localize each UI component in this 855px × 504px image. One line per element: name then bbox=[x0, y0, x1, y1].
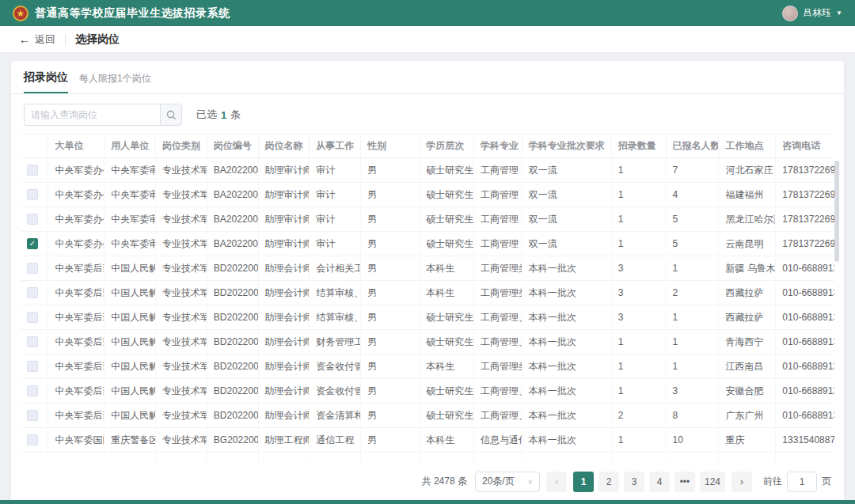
table-cell: BA20220004 bbox=[207, 158, 258, 183]
goto-page-input[interactable] bbox=[787, 472, 817, 492]
table-cell: 工商管理、应... bbox=[474, 330, 522, 354]
table-cell: 010-66889130 ... bbox=[776, 330, 834, 354]
column-header: 性别 bbox=[361, 135, 420, 158]
table-cell: BA20220002 bbox=[207, 232, 258, 256]
breadcrumb: ← 返回 选择岗位 bbox=[0, 26, 855, 53]
table-cell bbox=[611, 453, 666, 462]
table-cell: 中央军委审计... bbox=[104, 232, 156, 256]
table-cell: 男 bbox=[361, 232, 420, 256]
table-cell: 专业技术军官 bbox=[156, 207, 207, 232]
back-button[interactable]: ← 返回 bbox=[19, 32, 55, 47]
page-more-button[interactable]: ••• bbox=[674, 472, 695, 492]
prev-page-button[interactable]: ‹ bbox=[546, 472, 567, 492]
table-row: 中央军委办公厅中央军委审计...专业技术军官BA20220004助理审计师审计男… bbox=[21, 158, 834, 183]
table-cell: 结算审核、资... bbox=[310, 305, 361, 330]
table-cell: 2 bbox=[666, 281, 719, 305]
search-button[interactable] bbox=[160, 104, 182, 126]
tabs-bar: 招录岗位 每人限报1个岗位 bbox=[11, 61, 844, 94]
table-cell: 审计 bbox=[310, 232, 361, 256]
row-checkbox[interactable] bbox=[27, 434, 38, 445]
table-cell: 1 bbox=[611, 330, 666, 354]
table-cell: 男 bbox=[361, 428, 420, 453]
table-cell: 17813722690 bbox=[776, 158, 834, 183]
table-row: 中央军委后勤保...中国人民解放...专业技术军官BD20220004助理会计师… bbox=[21, 330, 834, 354]
table-cell: BA20220001 bbox=[207, 183, 258, 207]
row-checkbox[interactable] bbox=[27, 189, 38, 200]
table-cell: 专业技术军官 bbox=[156, 232, 207, 256]
page-size-value: 20条/页 bbox=[482, 475, 515, 488]
table-cell: 硕士研究生 bbox=[420, 379, 474, 404]
table-cell: 1 bbox=[666, 354, 719, 379]
table-cell: 中国人民解放... bbox=[104, 305, 156, 330]
page-title: 选择岗位 bbox=[75, 32, 120, 47]
table-cell: 专业技术军官 bbox=[156, 428, 207, 453]
row-checkbox[interactable] bbox=[27, 214, 38, 225]
vertical-scrollbar[interactable] bbox=[834, 161, 839, 262]
row-checkbox[interactable] bbox=[27, 263, 38, 274]
table-cell bbox=[258, 453, 310, 462]
table-cell: 男 bbox=[361, 256, 420, 281]
tab-recruit-posts[interactable]: 招录岗位 bbox=[24, 70, 68, 93]
table-row: 中央军委后勤保...中国人民解放...专业技术军官BD20220002助理会计师… bbox=[21, 354, 834, 379]
column-header: 工作地点 bbox=[719, 135, 776, 158]
main-card: 招录岗位 每人限报1个岗位 已选 1 条 bbox=[11, 61, 844, 504]
table-cell: 1 bbox=[611, 379, 666, 404]
table-cell: 专业技术军官 bbox=[156, 404, 207, 428]
user-menu[interactable]: 吕林珏 ▼ bbox=[782, 6, 842, 21]
table-cell: 广东广州 bbox=[719, 404, 776, 428]
row-checkbox[interactable] bbox=[27, 312, 38, 323]
table-cell: 专业技术军官 bbox=[156, 183, 207, 207]
table-cell: 工商管理（审... bbox=[474, 232, 522, 256]
row-checkbox[interactable] bbox=[27, 410, 38, 421]
table-cell: 工商管理、应... bbox=[474, 305, 522, 330]
page-size-select[interactable]: 20条/页 ∨ bbox=[475, 472, 540, 492]
pagination-total: 共 2478 条 bbox=[422, 475, 467, 488]
goto-prefix: 前往 bbox=[763, 475, 782, 488]
page-button-2[interactable]: 2 bbox=[598, 472, 619, 492]
row-checkbox[interactable] bbox=[27, 287, 38, 298]
table-cell: 1 bbox=[611, 428, 666, 453]
table-row: 中央军委办公厅中央军委审计...专业技术军官BA20220003助理审计师审计男… bbox=[21, 207, 834, 232]
column-header: 岗位编号 bbox=[207, 135, 258, 158]
table-cell: 中央军委审计... bbox=[104, 207, 156, 232]
table-cell: 010-66889130 ... bbox=[776, 305, 834, 330]
app-header: ★ 普通高等学校应届毕业生选拔招录系统 吕林珏 ▼ bbox=[0, 0, 855, 26]
table-cell: 审计 bbox=[310, 158, 361, 183]
pagination: 共 2478 条 20条/页 ∨ ‹ 1234•••124 › 前往 页 bbox=[11, 462, 844, 497]
table-cell bbox=[21, 453, 48, 462]
column-header: 咨询电话 bbox=[776, 135, 834, 158]
row-checkbox[interactable] bbox=[27, 336, 38, 347]
row-checkbox-checked[interactable]: ✓ bbox=[27, 238, 38, 249]
table-cell bbox=[48, 453, 104, 462]
table-header-row: 大单位用人单位岗位类别岗位编号岗位名称从事工作性别学历层次学科专业学科专业批次要… bbox=[21, 135, 834, 158]
table-cell: 010-66889130 ... bbox=[776, 379, 834, 404]
column-header: 已报名人数 bbox=[666, 135, 719, 158]
table-cell: 助理审计师 bbox=[258, 232, 310, 256]
search-input[interactable] bbox=[24, 104, 160, 126]
page-button-124[interactable]: 124 bbox=[700, 472, 725, 492]
tab-limit-note: 每人限报1个岗位 bbox=[79, 72, 151, 93]
table-cell: 中央军委办公厅 bbox=[48, 232, 104, 256]
table-cell: 本科一批次 bbox=[522, 330, 611, 354]
table-cell: 工商管理（审... bbox=[474, 207, 522, 232]
table-cell: 1 bbox=[611, 183, 666, 207]
table-cell: BD20220002 bbox=[207, 354, 258, 379]
table-cell: 工商管理、应... bbox=[474, 404, 522, 428]
table-cell: 双一流 bbox=[522, 183, 611, 207]
table-cell: 男 bbox=[361, 404, 420, 428]
table-cell: 专业技术军官 bbox=[156, 305, 207, 330]
table-cell: 中国人民解放... bbox=[104, 281, 156, 305]
table-cell: 本科一批次 bbox=[522, 379, 611, 404]
page-button-1[interactable]: 1 bbox=[573, 472, 594, 492]
page-button-3[interactable]: 3 bbox=[624, 472, 644, 492]
row-checkbox[interactable] bbox=[27, 165, 38, 176]
table-cell: 专业技术军官 bbox=[156, 281, 207, 305]
table-cell: 工商管理类、... bbox=[474, 256, 522, 281]
search-box bbox=[24, 104, 182, 126]
row-checkbox[interactable] bbox=[27, 361, 38, 372]
page-button-4[interactable]: 4 bbox=[649, 472, 670, 492]
table-cell: BA20220003 bbox=[207, 207, 258, 232]
next-page-button[interactable]: › bbox=[732, 472, 752, 492]
table-cell: 新疆 乌鲁木齐 bbox=[719, 256, 776, 281]
row-checkbox[interactable] bbox=[27, 385, 38, 396]
